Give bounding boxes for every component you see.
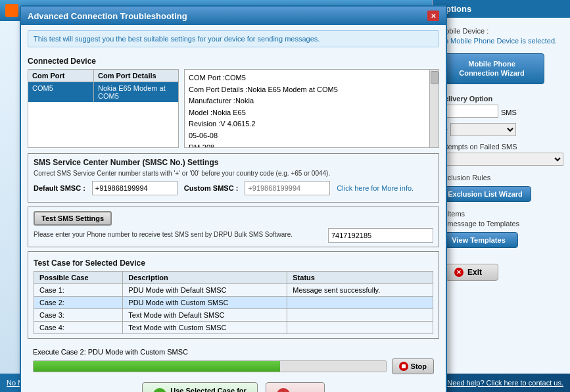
case1-label: Case 1: (34, 284, 123, 297)
col2-header: Com Port Details (94, 70, 178, 82)
templates-label: nt message to Templates (439, 220, 563, 228)
case2-status (287, 297, 433, 309)
right-panel: Options Mobile Device : No Mobile Phone … (432, 0, 570, 392)
device-detail-area: COM Port :COM5 Com Port Details :Nokia E… (184, 69, 439, 148)
modal-title: Advanced Connection Troubleshooting (28, 11, 187, 21)
col-status: Status (287, 272, 433, 284)
test-case-row-4[interactable]: Case 4: Text Mode with Custom SMSC (34, 322, 433, 334)
mobile-device-label: Mobile Device : (439, 27, 563, 35)
bottom-buttons-area: ✓ Use Selected Case for SMS Sending ✕ Cl… (28, 378, 439, 392)
exclusion-list-wizard-button[interactable]: Exclusion List Wizard (439, 186, 531, 202)
case3-status (287, 309, 433, 322)
nt-items-label: nt Items (439, 210, 563, 218)
case4-label: Case 4: (34, 322, 123, 334)
connected-device-title: Connected Device (28, 57, 439, 66)
right-panel-header: Options (433, 0, 570, 18)
wizard-button[interactable]: Mobile Phone Connection Wizard (439, 53, 544, 84)
progress-area: Execute Case 2: PDU Mode with Custom SMS… (28, 344, 439, 378)
com-port-details-cell: Nokia E65 Modem at COM5 (94, 82, 178, 102)
modal-close-button[interactable]: ✕ (427, 11, 439, 21)
bottom-right-text[interactable]: Need help? Click here to contact us. (447, 379, 563, 387)
col-possible-case: Possible Case (34, 272, 123, 284)
stop-button[interactable]: Stop (392, 358, 434, 374)
use-selected-case-button[interactable]: ✓ Use Selected Case for SMS Sending (142, 382, 258, 392)
close-modal-button[interactable]: ✕ Close (266, 382, 325, 392)
x-icon: ✕ (277, 388, 290, 392)
device-table-row[interactable]: COM5 Nokia E65 Modem at COM5 (28, 82, 178, 102)
mobile-device-value: No Mobile Phone Device is selected. (439, 37, 563, 45)
detail-scrollbar[interactable] (429, 70, 439, 147)
view-templates-button[interactable]: View Templates (439, 232, 518, 248)
case4-desc: Text Mode with Custom SMSC (123, 322, 287, 334)
for-select[interactable] (450, 123, 516, 136)
progress-bar-fill (34, 361, 280, 372)
device-table-header: Com Port Com Port Details (28, 70, 178, 82)
default-smsc-label: Default SMSC : (34, 184, 85, 192)
com-port-cell: COM5 (28, 82, 94, 102)
smsc-section: SMS Service Center Number (SMSC No.) Set… (28, 153, 439, 203)
col-description: Description (123, 272, 287, 284)
case1-status: Message sent successfully. (287, 284, 433, 297)
check-icon: ✓ (153, 388, 166, 392)
stop-label: Stop (411, 362, 427, 370)
device-left-table: Com Port Com Port Details COM5 Nokia E65… (28, 69, 179, 148)
progress-label: Execute Case 2: PDU Mode with Custom SMS… (33, 348, 434, 356)
test-sms-phone-input[interactable] (328, 228, 433, 243)
test-case-title: Test Case for Selected Device (34, 258, 433, 268)
retries-label: Attempts on Failed SMS (439, 143, 563, 151)
more-info-link[interactable]: Click here for More info. (337, 184, 414, 192)
test-sms-box: Test SMS Settings Please enter your Phon… (28, 207, 439, 247)
case4-status (287, 322, 433, 334)
app-logo-icon (5, 4, 18, 17)
test-case-row-1[interactable]: Case 1: PDU Mode with Default SMSC Messa… (34, 284, 433, 297)
modal-body: Connected Device Com Port Com Port Detai… (21, 50, 446, 392)
custom-smsc-label: Custom SMSC : (184, 184, 239, 192)
modal-dialog: Advanced Connection Troubleshooting ✕ Th… (20, 5, 447, 392)
test-sms-settings-button[interactable]: Test SMS Settings (34, 211, 112, 226)
exit-icon: ✕ (454, 268, 463, 277)
progress-bar-background (33, 360, 387, 372)
scrollbar-thumb (431, 71, 439, 84)
case2-label: Case 2: (34, 297, 123, 309)
default-smsc-input[interactable] (92, 181, 178, 195)
case2-desc: PDU Mode with Custom SMSC (123, 297, 287, 309)
stop-icon (399, 362, 408, 371)
sms-label: SMS (501, 109, 517, 116)
test-case-row-3[interactable]: Case 3: Text Mode with Default SMSC (34, 309, 433, 322)
connected-device-area: Com Port Com Port Details COM5 Nokia E65… (28, 69, 439, 148)
test-sms-desc: Please enter your Phone number to receiv… (34, 231, 323, 238)
test-case-row-2[interactable]: Case 2: PDU Mode with Custom SMSC (34, 297, 433, 309)
smsc-row: Default SMSC : Custom SMSC : Click here … (34, 181, 433, 195)
exit-label: Exit (467, 268, 482, 277)
test-case-table: Possible Case Description Status Case 1:… (34, 271, 433, 334)
smsc-title: SMS Service Center Number (SMSC No.) Set… (34, 158, 433, 167)
device-detail-text: COM Port :COM5 Com Port Details :Nokia E… (189, 72, 435, 148)
retries-select[interactable] (439, 153, 563, 166)
stop-icon-inner (402, 364, 406, 368)
smsc-subtitle: Correct SMS Service Center number starts… (34, 170, 433, 177)
custom-smsc-input[interactable] (245, 181, 330, 195)
modal-title-bar: Advanced Connection Troubleshooting ✕ (21, 7, 446, 25)
exit-button[interactable]: ✕ Exit (446, 264, 498, 281)
use-selected-label: Use Selected Case for SMS Sending (170, 387, 247, 392)
delivery-input[interactable] (439, 105, 498, 118)
test-case-section: Test Case for Selected Device Possible C… (28, 251, 439, 339)
col1-header: Com Port (28, 70, 94, 82)
case1-desc: PDU Mode with Default SMSC (123, 284, 287, 297)
right-panel-body: Mobile Device : No Mobile Phone Device i… (433, 23, 570, 290)
modal-info-bar: This test will suggest you the best suit… (28, 30, 439, 47)
progress-row: Stop (33, 358, 434, 374)
case3-label: Case 3: (34, 309, 123, 322)
case3-desc: Text Mode with Default SMSC (123, 309, 287, 322)
exclusion-label: Exclusion Rules (439, 174, 563, 182)
delivery-option-label: Delivery Option (439, 95, 563, 103)
